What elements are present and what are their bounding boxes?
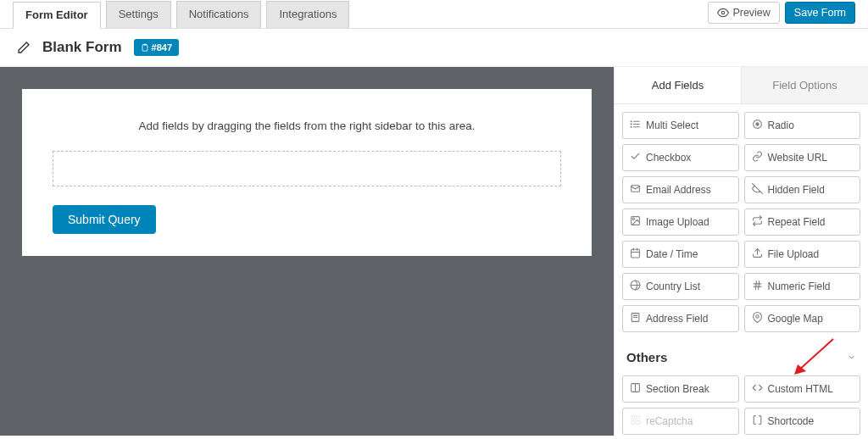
field-numeric-field[interactable]: Numeric Field [744,273,861,300]
field-grid: Multi SelectRadioCheckboxWebsite URLEmai… [615,104,868,340]
grid-icon [630,414,641,428]
sidebar-content[interactable]: Multi SelectRadioCheckboxWebsite URLEmai… [615,104,868,436]
tab-notifications[interactable]: Notifications [176,1,262,28]
svg-rect-2 [142,45,147,52]
form-id-text: #847 [152,42,172,53]
eye-off-icon [752,183,763,197]
field-label: Email Address [646,184,711,196]
field-label: Country List [646,281,700,292]
image-icon [630,215,641,229]
field-hidden-field[interactable]: Hidden Field [744,176,861,203]
field-radio[interactable]: Radio [744,112,861,139]
save-form-button[interactable]: Save Form [785,2,855,24]
submit-button[interactable]: Submit Query [53,205,156,234]
field-label: Date / Time [646,248,698,260]
field-multi-select[interactable]: Multi Select [622,112,739,139]
section-header-others[interactable]: Others [615,340,868,368]
field-email-address[interactable]: Email Address [622,176,739,203]
repeat-icon [752,215,763,229]
field-label: Numeric Field [768,281,831,292]
field-grid-others: Section BreakCustom HTMLreCaptchaShortco… [615,368,868,436]
edit-icon[interactable] [17,41,31,54]
field-label: Repeat Field [768,216,826,228]
save-label: Save Form [794,7,846,19]
pin-icon [752,312,763,325]
sidebar-tab-add-fields[interactable]: Add Fields [615,67,742,103]
field-recaptcha: reCaptcha [622,408,739,435]
upload-icon [752,247,763,261]
preview-button[interactable]: Preview [708,2,779,24]
sidebar-tab-field-options[interactable]: Field Options [742,67,868,103]
address-icon [630,312,641,325]
globe-icon [630,280,641,293]
radio-icon [752,119,763,132]
field-label: Multi Select [646,119,698,131]
chevron-down-icon [847,353,856,362]
preview-label: Preview [732,7,770,19]
brackets-icon [752,414,763,428]
field-label: File Upload [768,248,820,260]
top-tab-bar: Form EditorSettingsNotificationsIntegrat… [0,0,868,29]
field-website-url[interactable]: Website URL [744,144,861,171]
form-title-row: Blank Form #847 [0,29,868,66]
field-date-time[interactable]: Date / Time [622,241,739,268]
field-label: Image Upload [646,216,709,228]
hash-icon [752,280,763,293]
mail-icon [630,183,641,197]
form-title[interactable]: Blank Form [42,39,122,56]
svg-point-0 [722,11,726,14]
field-file-upload[interactable]: File Upload [744,241,861,268]
code-icon [752,382,763,396]
field-label: Custom HTML [768,383,833,395]
calendar-icon [630,247,641,261]
eye-icon [717,7,729,19]
tab-integrations[interactable]: Integrations [266,1,349,28]
field-address-field[interactable]: Address Field [622,305,739,332]
sidebar: Add FieldsField Options Multi SelectRadi… [614,67,868,436]
field-label: reCaptcha [646,415,693,427]
field-custom-html[interactable]: Custom HTML [744,375,861,403]
field-label: Website URL [768,152,827,164]
link-icon [752,151,763,164]
tab-form-editor[interactable]: Form Editor [13,2,101,29]
field-label: Checkbox [646,152,691,164]
field-label: Address Field [646,313,708,325]
field-shortcode[interactable]: Shortcode [744,408,861,435]
sidebar-tabs: Add FieldsField Options [615,67,868,104]
clipboard-icon [141,43,149,52]
field-checkbox[interactable]: Checkbox [622,144,739,171]
field-image-upload[interactable]: Image Upload [622,208,739,236]
field-label: Google Map [768,313,823,325]
canvas-placeholder: Add fields by dragging the fields from t… [53,119,561,132]
form-id-tag[interactable]: #847 [134,39,179,56]
tab-settings[interactable]: Settings [106,1,171,28]
list-icon [630,119,641,132]
field-section-break[interactable]: Section Break [622,375,739,403]
field-google-map[interactable]: Google Map [744,305,861,332]
field-label: Section Break [646,383,709,395]
field-label: Shortcode [768,415,815,427]
columns-icon [630,382,641,396]
field-country-list[interactable]: Country List [622,273,739,300]
check-icon [630,151,641,164]
field-label: Hidden Field [768,184,825,196]
field-label: Radio [768,119,794,131]
form-canvas[interactable]: Add fields by dragging the fields from t… [22,89,592,256]
dropzone[interactable] [53,151,561,186]
canvas-area: Add fields by dragging the fields from t… [0,67,614,436]
field-repeat-field[interactable]: Repeat Field [744,208,861,236]
